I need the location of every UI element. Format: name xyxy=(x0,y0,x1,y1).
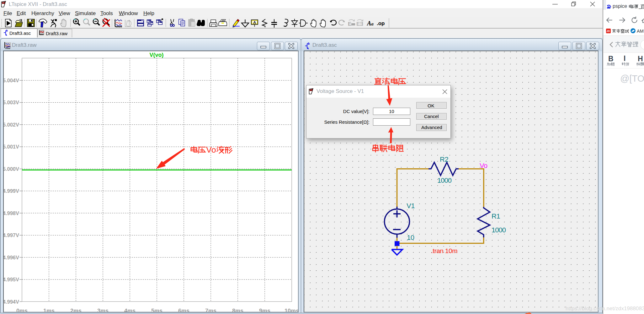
svg-text:9ms: 9ms xyxy=(259,308,270,312)
svg-text:8ms: 8ms xyxy=(232,308,243,312)
svg-text:E: E xyxy=(356,21,360,27)
svg-text:Aa: Aa xyxy=(366,20,374,27)
svg-text:10ms: 10ms xyxy=(285,308,298,312)
svg-text:R2: R2 xyxy=(440,155,448,163)
svg-text:Vo: Vo xyxy=(480,162,487,170)
svg-text:1ms: 1ms xyxy=(43,308,55,312)
svg-text:4ms: 4ms xyxy=(124,308,136,312)
svg-text:5.001V: 5.001V xyxy=(4,144,19,149)
svg-text:2ms: 2ms xyxy=(70,308,82,312)
svg-text:R1: R1 xyxy=(492,212,500,220)
svg-text:V(vo): V(vo) xyxy=(150,52,164,58)
svg-text:5.004V: 5.004V xyxy=(4,78,19,83)
svg-text:V: V xyxy=(206,146,212,154)
svg-text:10: 10 xyxy=(407,234,414,241)
svg-text:1000: 1000 xyxy=(437,176,452,184)
svg-text:A: A xyxy=(253,20,256,25)
svg-text:E: E xyxy=(360,21,363,27)
svg-text:1000: 1000 xyxy=(492,226,506,234)
svg-text:5.000V: 5.000V xyxy=(4,166,19,172)
svg-text:.op: .op xyxy=(377,20,385,26)
svg-text:o: o xyxy=(211,146,216,154)
svg-text:E: E xyxy=(348,21,351,27)
svg-text:3ms: 3ms xyxy=(97,308,109,312)
svg-text:4.999V: 4.999V xyxy=(4,188,19,194)
svg-text:.tran 10m: .tran 10m xyxy=(431,247,457,254)
svg-text:4.995V: 4.995V xyxy=(4,277,19,282)
svg-text:6ms: 6ms xyxy=(178,308,189,312)
svg-text:5.002V: 5.002V xyxy=(4,122,19,127)
svg-text:4.994V: 4.994V xyxy=(4,299,19,305)
svg-text:5.003V: 5.003V xyxy=(4,100,19,105)
svg-text:4.998V: 4.998V xyxy=(4,210,19,216)
svg-text:V1: V1 xyxy=(407,202,415,210)
svg-text:5ms: 5ms xyxy=(151,308,162,312)
svg-text:7ms: 7ms xyxy=(205,308,216,312)
svg-text:4.996V: 4.996V xyxy=(4,255,19,260)
svg-text:0ms: 0ms xyxy=(16,308,28,312)
svg-text:4.997V: 4.997V xyxy=(4,232,19,238)
